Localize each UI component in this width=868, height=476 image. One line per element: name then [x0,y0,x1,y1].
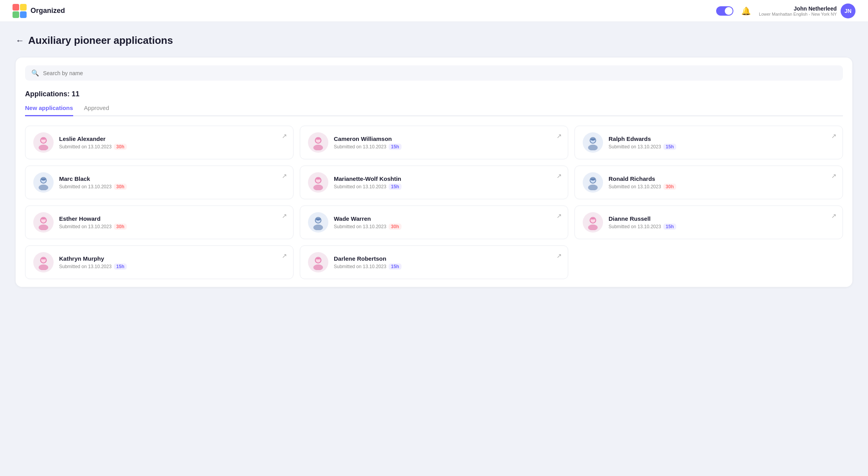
hours-badge: 15h [663,144,676,150]
card-date: Submitted on 13.10.2023 [59,264,112,269]
card-date: Submitted on 13.10.2023 [334,224,386,229]
card-name: Marc Black [59,175,285,182]
open-arrow-icon[interactable]: ↗ [831,212,836,220]
card-name: Wade Warren [334,215,560,222]
card-avatar [583,132,603,153]
app-logo-icon [13,4,27,18]
tab-new-applications[interactable]: New applications [25,105,73,116]
hours-badge: 30h [114,144,127,150]
svg-point-32 [39,264,49,270]
toggle-switch[interactable] [716,6,733,16]
application-card[interactable]: Kathryn Murphy Submitted on 13.10.2023 1… [25,245,294,279]
hours-badge: 30h [114,184,127,190]
hours-badge: 15h [114,263,127,270]
svg-rect-3 [20,11,27,18]
search-card: 🔍 Applications: 11 New applications Appr… [16,58,852,287]
application-card[interactable]: Ralph Edwards Submitted on 13.10.2023 15… [574,126,843,159]
hours-badge: 30h [663,184,676,190]
card-avatar [583,172,603,193]
card-avatar [33,172,54,193]
application-card[interactable]: Cameron Williamson Submitted on 13.10.20… [300,126,568,159]
card-info: Ronald Richards Submitted on 13.10.2023 … [609,175,835,190]
card-meta: Submitted on 13.10.2023 15h [59,263,285,270]
svg-point-23 [39,224,49,230]
card-info: Marc Black Submitted on 13.10.2023 30h [59,175,285,190]
card-date: Submitted on 13.10.2023 [334,184,386,189]
application-card[interactable]: Marianette-Wolf Koshtin Submitted on 13.… [300,166,568,199]
svg-point-26 [313,224,323,230]
application-card[interactable]: Leslie Alexander Submitted on 13.10.2023… [25,126,294,159]
card-name: Dianne Russell [609,215,835,222]
search-bar: 🔍 [25,65,843,81]
card-info: Leslie Alexander Submitted on 13.10.2023… [59,135,285,150]
open-arrow-icon[interactable]: ↗ [556,172,562,180]
user-info-area: John Netherleed Lower Manhattan English … [759,4,855,18]
svg-point-20 [588,184,598,190]
open-arrow-icon[interactable]: ↗ [556,212,562,220]
open-arrow-icon[interactable]: ↗ [556,252,562,260]
card-meta: Submitted on 13.10.2023 15h [334,263,560,270]
application-card[interactable]: Esther Howard Submitted on 13.10.2023 30… [25,206,294,239]
toggle-knob [725,7,733,15]
application-card[interactable]: Darlene Robertson Submitted on 13.10.202… [300,245,568,279]
search-icon: 🔍 [31,69,39,77]
card-date: Submitted on 13.10.2023 [609,144,661,150]
open-arrow-icon[interactable]: ↗ [556,132,562,140]
card-meta: Submitted on 13.10.2023 30h [59,224,285,230]
hours-badge: 30h [389,224,402,230]
application-card[interactable]: Wade Warren Submitted on 13.10.2023 30h … [300,206,568,239]
card-meta: Submitted on 13.10.2023 30h [334,224,560,230]
card-meta: Submitted on 13.10.2023 15h [334,184,560,190]
card-info: Ralph Edwards Submitted on 13.10.2023 15… [609,135,835,150]
card-info: Darlene Robertson Submitted on 13.10.202… [334,255,560,270]
card-info: Esther Howard Submitted on 13.10.2023 30… [59,215,285,230]
open-arrow-icon[interactable]: ↗ [831,172,836,180]
open-arrow-icon[interactable]: ↗ [282,172,287,180]
application-card[interactable]: Dianne Russell Submitted on 13.10.2023 1… [574,206,843,239]
hours-badge: 15h [389,184,402,190]
svg-point-8 [313,144,323,150]
svg-rect-1 [20,4,27,11]
logo-area: Organized [13,4,716,18]
back-button[interactable]: ← [16,36,24,46]
tab-approved[interactable]: Approved [84,105,109,116]
card-date: Submitted on 13.10.2023 [609,184,661,189]
card-meta: Submitted on 13.10.2023 15h [609,144,835,150]
card-meta: Submitted on 13.10.2023 15h [609,224,835,230]
card-avatar [33,252,54,272]
avatar[interactable]: JN [841,4,855,18]
card-info: Kathryn Murphy Submitted on 13.10.2023 1… [59,255,285,270]
card-avatar [583,212,603,233]
card-avatar [308,172,328,193]
card-name: Cameron Williamson [334,135,560,142]
open-arrow-icon[interactable]: ↗ [282,252,287,260]
card-meta: Submitted on 13.10.2023 30h [59,184,285,190]
card-name: Ronald Richards [609,175,835,182]
user-name: John Netherleed [759,5,837,12]
tabs-bar: New applications Approved [25,105,843,116]
card-avatar [33,212,54,233]
card-meta: Submitted on 13.10.2023 30h [609,184,835,190]
card-avatar [308,212,328,233]
open-arrow-icon[interactable]: ↗ [282,212,287,220]
svg-point-35 [313,264,323,270]
back-row: ← Auxiliary pioneer applications [16,34,852,47]
svg-point-29 [588,224,598,230]
app-title: Organized [31,7,65,15]
card-name: Ralph Edwards [609,135,835,142]
notification-bell-icon[interactable]: 🔔 [741,6,751,16]
card-avatar [308,252,328,272]
applications-grid: Leslie Alexander Submitted on 13.10.2023… [25,126,843,279]
svg-rect-0 [13,4,19,11]
open-arrow-icon[interactable]: ↗ [831,132,836,140]
application-card[interactable]: Marc Black Submitted on 13.10.2023 30h ↗ [25,166,294,199]
open-arrow-icon[interactable]: ↗ [282,132,287,140]
application-count: Applications: 11 [25,90,843,98]
card-name: Leslie Alexander [59,135,285,142]
application-card[interactable]: Ronald Richards Submitted on 13.10.2023 … [574,166,843,199]
card-name: Kathryn Murphy [59,255,285,262]
search-input[interactable] [43,70,837,76]
card-name: Marianette-Wolf Koshtin [334,175,560,182]
card-avatar [308,132,328,153]
card-info: Wade Warren Submitted on 13.10.2023 30h [334,215,560,230]
